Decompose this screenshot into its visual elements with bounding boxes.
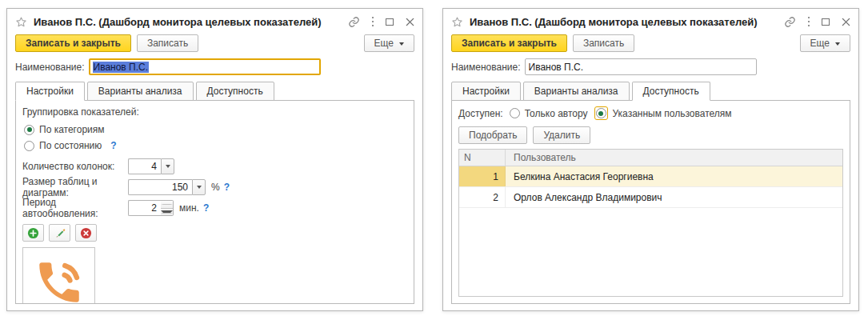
columns-count-label: Количество колонок:: [22, 161, 128, 172]
radio-author-only-label: Только автору: [525, 108, 588, 119]
refresh-period-unit: мин.: [179, 202, 199, 214]
refresh-period-label: Период автообновления:: [22, 197, 128, 219]
radio-icon: [24, 125, 34, 135]
more-button[interactable]: Еще: [800, 34, 850, 52]
help-link[interactable]: ?: [110, 140, 116, 151]
access-row: Доступен: Только автору Указанным пользо…: [452, 101, 850, 123]
row-number-cell: 2: [459, 187, 506, 207]
more-menu-icon[interactable]: [808, 17, 810, 27]
pick-users-button[interactable]: Подобрать: [458, 126, 527, 144]
save-button[interactable]: Записать: [137, 34, 198, 52]
favorite-star-icon[interactable]: [451, 16, 463, 28]
size-row: Размер таблиц и диаграмм: 150 % ?: [22, 179, 407, 195]
tab-accessibility[interactable]: Доступность: [196, 82, 274, 101]
dashboard-picture[interactable]: [22, 247, 95, 304]
maximize-icon[interactable]: [386, 18, 394, 26]
radio-group-by-category[interactable]: По категориям: [22, 122, 407, 138]
titlebar: Иванов П.С. (Дашборд монитора целевых по…: [443, 9, 858, 31]
name-field-row: Наименование: Иванов П.С.: [7, 57, 422, 80]
link-icon[interactable]: [348, 16, 360, 28]
refresh-period-value[interactable]: 2: [128, 200, 161, 216]
radio-icon: [24, 141, 34, 151]
columns-count-row: Количество колонок: 4: [22, 158, 407, 174]
column-header-n[interactable]: N: [459, 150, 506, 166]
tab-settings[interactable]: Настройки: [451, 82, 521, 101]
column-header-user[interactable]: Пользователь: [506, 150, 842, 166]
refresh-period-row: Период автообновления: 2 мин. ?: [22, 200, 407, 216]
name-label: Наименование:: [15, 62, 85, 73]
table-row[interactable]: 2 Орлов Александр Владимирович: [459, 187, 842, 208]
tab-bar: Настройки Варианты анализа Доступность: [443, 82, 858, 101]
available-label: Доступен:: [458, 108, 503, 119]
chevron-down-icon: [399, 42, 404, 46]
radio-by-category-label: По категориям: [39, 124, 105, 135]
radio-icon: [596, 108, 606, 118]
tab-analysis-variants[interactable]: Варианты анализа: [523, 82, 630, 101]
columns-count-combobox[interactable]: 4: [128, 158, 174, 174]
settings-panel: Группировка показателей: По категориям П…: [15, 100, 414, 304]
save-button[interactable]: Записать: [573, 34, 634, 52]
grouping-label: Группировка показателей:: [22, 106, 407, 118]
name-field-row: Наименование: Иванов П.С.: [443, 57, 858, 80]
radio-by-state-label: По состоянию: [39, 140, 102, 151]
titlebar: Иванов П.С. (Дашборд монитора целевых по…: [7, 9, 422, 31]
window-dashboard-accessibility: Иванов П.С. (Дашборд монитора целевых по…: [442, 8, 859, 311]
accessibility-panel: Доступен: Только автору Указанным пользо…: [451, 100, 850, 304]
name-input[interactable]: Иванов П.С.: [525, 58, 757, 75]
more-button[interactable]: Еще: [364, 34, 414, 52]
command-bar: Записать и закрыть Записать Еще: [7, 31, 422, 57]
size-value[interactable]: 150: [128, 179, 192, 195]
favorite-star-icon[interactable]: [15, 16, 27, 28]
dropdown-arrow-icon[interactable]: [161, 158, 174, 174]
chevron-down-icon: [835, 42, 840, 46]
name-label: Наименование:: [451, 62, 521, 73]
add-picture-button[interactable]: [22, 224, 44, 242]
radio-group-by-state[interactable]: По состоянию ?: [22, 138, 407, 154]
tab-accessibility[interactable]: Доступность: [632, 82, 710, 101]
users-table[interactable]: N Пользователь 1 Белкина Анастасия Георг…: [458, 149, 843, 297]
delete-user-button[interactable]: Удалить: [533, 126, 590, 144]
tab-analysis-variants[interactable]: Варианты анализа: [87, 82, 194, 101]
more-button-label: Еще: [810, 38, 830, 49]
maximize-icon[interactable]: [822, 18, 830, 26]
link-icon[interactable]: [784, 16, 796, 28]
save-close-button[interactable]: Записать и закрыть: [451, 34, 567, 52]
radio-specified-users[interactable]: Указанным пользователям: [594, 106, 732, 120]
red-cross-icon: [80, 227, 92, 239]
window-dashboard-settings: Иванов П.С. (Дашборд монитора целевых по…: [6, 8, 423, 311]
save-close-button[interactable]: Записать и закрыть: [15, 34, 131, 52]
table-row[interactable]: 1 Белкина Анастасия Георгиевна: [459, 166, 842, 187]
spin-up-icon[interactable]: [161, 201, 173, 209]
picture-toolbar: [22, 224, 407, 242]
more-button-label: Еще: [374, 38, 394, 49]
row-number-cell: 1: [459, 166, 506, 186]
close-icon[interactable]: [842, 18, 850, 26]
command-bar: Записать и закрыть Записать Еще: [443, 31, 858, 57]
name-input-value: Иванов П.С.: [93, 62, 150, 73]
tab-settings[interactable]: Настройки: [15, 82, 85, 101]
close-icon[interactable]: [406, 18, 414, 26]
plus-icon: [27, 227, 39, 239]
users-table-header: N Пользователь: [459, 150, 842, 166]
more-menu-icon[interactable]: [372, 17, 374, 27]
spin-down-icon[interactable]: [161, 209, 173, 216]
window-title: Иванов П.С. (Дашборд монитора целевых по…: [34, 16, 348, 28]
window-title: Иванов П.С. (Дашборд монитора целевых по…: [470, 16, 784, 28]
name-input-value: Иванов П.С.: [529, 62, 584, 73]
clear-picture-button[interactable]: [75, 224, 97, 242]
edit-picture-button[interactable]: [49, 224, 70, 242]
radio-icon: [510, 108, 520, 118]
radio-author-only[interactable]: Только автору: [510, 108, 588, 119]
help-link[interactable]: ?: [203, 202, 209, 214]
user-name-cell: Белкина Анастасия Георгиевна: [506, 166, 842, 186]
refresh-period-spinner[interactable]: 2: [128, 200, 174, 216]
user-name-cell: Орлов Александр Владимирович: [506, 187, 842, 207]
help-link[interactable]: ?: [224, 182, 230, 193]
size-combobox[interactable]: 150: [128, 179, 206, 195]
dropdown-arrow-icon[interactable]: [192, 179, 206, 195]
size-unit: %: [211, 182, 220, 193]
columns-count-value[interactable]: 4: [128, 158, 161, 174]
radio-specified-users-label: Указанным пользователям: [613, 108, 732, 119]
name-input[interactable]: Иванов П.С.: [89, 58, 321, 75]
users-toolbar: Подобрать Удалить: [452, 123, 850, 146]
